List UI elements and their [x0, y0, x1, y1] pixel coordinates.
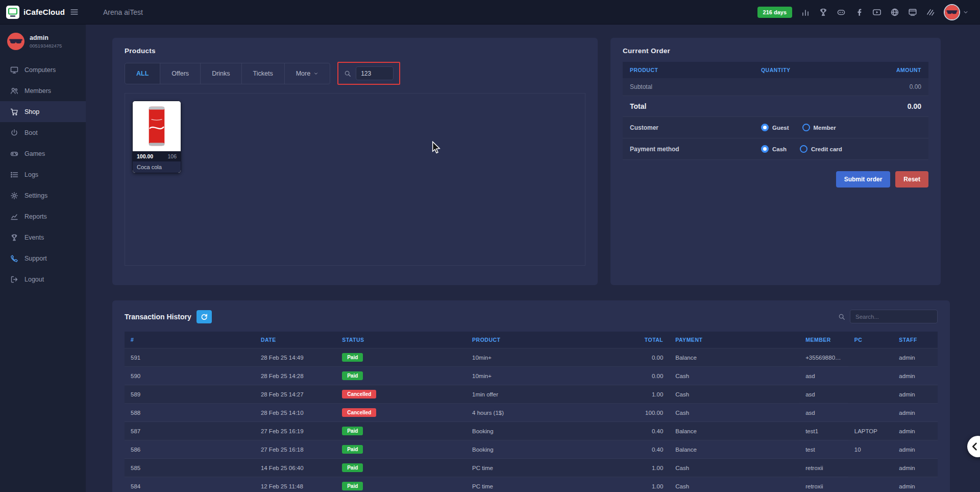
submit-order-button[interactable]: Submit order [836, 171, 891, 188]
sidebar-item-support[interactable]: Support [0, 248, 86, 269]
analytics-icon[interactable] [801, 8, 810, 17]
transaction-search-input[interactable] [850, 310, 938, 323]
user-avatar[interactable] [944, 4, 960, 20]
status-badge: Paid [342, 445, 363, 454]
column-total: TOTAL [621, 332, 670, 348]
brand: iCafeCloud [0, 6, 86, 19]
gamepad-icon [10, 150, 18, 158]
logout-icon [10, 275, 18, 284]
customer-radio-group: Guest Member [761, 124, 836, 131]
user-avatar [7, 33, 24, 50]
license-days-badge[interactable]: 216 days [757, 7, 792, 18]
sidebar-username: admin [30, 34, 62, 41]
globe-icon[interactable] [890, 8, 899, 17]
column-amount: AMOUNT [840, 67, 921, 73]
products-tabs: ALL Offers Drinks Tickets More [125, 62, 585, 85]
menu-toggle-icon[interactable] [70, 8, 79, 16]
status-badge: Paid [342, 463, 363, 472]
subtotal-label: Subtotal [630, 83, 652, 90]
youtube-icon[interactable] [872, 8, 881, 17]
sidebar-user: admin 005193482475 [0, 25, 86, 59]
subtotal-row: Subtotal 0.00 [623, 78, 928, 96]
radio-icon [761, 124, 769, 131]
column-date: DATE [255, 332, 336, 348]
payment-radio-group: Cash Credit card [761, 145, 842, 153]
chart-line-icon [10, 213, 18, 221]
status-badge: Paid [342, 371, 363, 380]
table-row: 584 12 Feb 25 11:48 Paid PC time 1.00 Ca… [125, 477, 938, 492]
status-badge: Cancelled [342, 390, 376, 399]
order-table-header: PRODUCT QUANTITY AMOUNT [623, 62, 928, 78]
sidebar-item-boot[interactable]: Boot [0, 122, 86, 143]
payment-terminal-icon[interactable] [908, 8, 917, 17]
radio-credit-card[interactable]: Credit card [800, 145, 842, 153]
sidebar-item-reports[interactable]: Reports [0, 206, 86, 227]
order-actions: Submit order Reset [623, 171, 928, 188]
transaction-search [838, 310, 938, 323]
product-price-bar: 100.00 106 [133, 151, 181, 161]
radio-guest[interactable]: Guest [761, 124, 789, 131]
trophy-icon[interactable] [819, 8, 828, 17]
transaction-header: Transaction History [125, 310, 938, 323]
radio-member[interactable]: Member [802, 124, 836, 131]
column-payment: PAYMENT [669, 332, 799, 348]
total-row: Total 0.00 [623, 96, 928, 117]
radio-cash[interactable]: Cash [761, 145, 787, 153]
tab-offers[interactable]: Offers [160, 63, 201, 84]
topbar-actions: 216 days [757, 4, 980, 20]
table-row: 590 28 Feb 25 14:28 Paid 10min+ 0.00 Cas… [125, 367, 938, 385]
radio-icon [800, 145, 807, 153]
customer-row: Customer Guest Member [623, 117, 928, 138]
status-badge: Paid [342, 482, 363, 490]
user-menu[interactable] [944, 4, 969, 20]
topbar: iCafeCloud Arena aiTest 216 days [0, 0, 980, 25]
total-label: Total [630, 102, 646, 110]
trophy-icon [10, 233, 18, 242]
layers-icon[interactable] [926, 8, 935, 17]
sidebar-item-logs[interactable]: Logs [0, 164, 86, 185]
column-quantity: QUANTITY [761, 67, 840, 73]
transaction-history-card: Transaction History # DATE STATUS PRODUC… [112, 300, 950, 492]
discord-icon[interactable] [837, 8, 846, 17]
tab-more[interactable]: More [284, 63, 330, 84]
facebook-icon[interactable] [854, 8, 864, 17]
products-title: Products [125, 47, 585, 55]
transaction-title: Transaction History [125, 313, 191, 321]
tab-drinks[interactable]: Drinks [200, 63, 241, 84]
sidebar-item-shop[interactable]: Shop [0, 101, 86, 122]
sidebar-item-logout[interactable]: Logout [0, 269, 86, 290]
tab-all[interactable]: ALL [125, 63, 160, 84]
sidebar-item-computers[interactable]: Computers [0, 59, 86, 80]
tab-tickets[interactable]: Tickets [241, 63, 285, 84]
brand-name: iCafeCloud [23, 8, 66, 16]
monitor-icon [10, 66, 18, 74]
current-order-title: Current Order [623, 47, 928, 55]
radio-icon [802, 124, 810, 131]
sidebar-item-settings[interactable]: Settings [0, 185, 86, 206]
current-order-card: Current Order PRODUCT QUANTITY AMOUNT Su… [610, 38, 941, 285]
table-row: 589 28 Feb 25 14:27 Cancelled 1min offer… [125, 385, 938, 404]
product-card-coca-cola[interactable]: 100.00 106 Coca cola [132, 101, 181, 173]
reset-button[interactable]: Reset [895, 171, 928, 188]
sidebar: admin 005193482475 Computers Members Sho… [0, 25, 86, 492]
sidebar-item-games[interactable]: Games [0, 143, 86, 164]
product-search-input[interactable] [356, 66, 394, 80]
sidebar-nav: Computers Members Shop Boot Games Logs S… [0, 59, 86, 290]
app-logo-icon [6, 6, 19, 19]
table-row: 585 14 Feb 25 06:40 Paid PC time 1.00 Ca… [125, 459, 938, 477]
users-icon [10, 87, 18, 95]
table-row: 591 28 Feb 25 14:49 Paid 10min+ 0.00 Bal… [125, 348, 938, 367]
sidebar-item-members[interactable]: Members [0, 80, 86, 101]
transaction-table: # DATE STATUS PRODUCT TOTAL PAYMENT MEMB… [125, 332, 938, 492]
refresh-button[interactable] [197, 310, 212, 323]
search-highlight-annotation [337, 62, 400, 85]
sidebar-item-events[interactable]: Events [0, 227, 86, 248]
drawer-collapse-button[interactable] [967, 436, 980, 457]
list-icon [10, 171, 18, 179]
sidebar-user-id: 005193482475 [30, 43, 62, 49]
column-member: MEMBER [799, 332, 848, 348]
power-icon [10, 129, 18, 137]
radio-icon [761, 145, 769, 153]
product-stock: 106 [167, 153, 177, 159]
table-row: 588 28 Feb 25 14:10 Cancelled 4 hours (1… [125, 404, 938, 422]
